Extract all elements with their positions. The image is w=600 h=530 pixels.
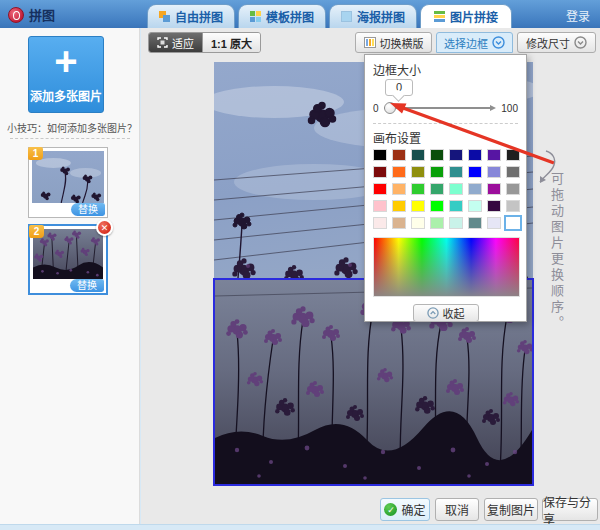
app-logo: 拼图 (8, 5, 55, 24)
tab-label: 海报拼图 (357, 8, 405, 25)
panel-divider (373, 123, 518, 124)
main-workspace: 适应 1:1 原大 切换横版 选择边框 修改尺寸 (141, 28, 600, 524)
check-icon: ✓ (384, 503, 397, 516)
fit-icon (157, 37, 168, 48)
color-swatch[interactable] (411, 217, 425, 229)
window-bottom-strip (0, 524, 600, 530)
tab-photo-stitch[interactable]: 图片拼接 (420, 4, 512, 28)
color-swatch[interactable] (392, 217, 406, 229)
replace-button-1[interactable]: 替换 (71, 203, 105, 216)
chevron-down-icon (574, 36, 587, 49)
switch-horizontal-label: 切换横版 (380, 35, 424, 51)
resize-button[interactable]: 修改尺寸 (517, 32, 596, 53)
login-link[interactable]: 登录 (566, 7, 590, 24)
confirm-button[interactable]: ✓ 确定 (380, 498, 430, 521)
slider-line (384, 107, 492, 109)
color-swatch[interactable] (487, 183, 501, 195)
color-swatch[interactable] (430, 200, 444, 212)
color-swatch[interactable] (468, 200, 482, 212)
original-size-button[interactable]: 1:1 原大 (202, 33, 260, 52)
thumbnail-1-image (32, 151, 104, 203)
color-swatch[interactable] (506, 149, 520, 161)
replace-button-2[interactable]: 替换 (70, 279, 104, 292)
original-size-label: 1:1 原大 (211, 35, 252, 51)
color-swatch[interactable] (392, 149, 406, 161)
thumbnail-2[interactable]: 2 ✕ 替换 (28, 224, 108, 295)
save-share-button[interactable]: 保存与分享 (542, 498, 598, 521)
thumbnail-1[interactable]: 1 替换 (28, 147, 108, 218)
color-swatch[interactable] (487, 200, 501, 212)
color-swatch[interactable] (373, 149, 387, 161)
border-size-value-input[interactable]: 0 (385, 79, 413, 96)
color-swatch[interactable] (373, 183, 387, 195)
color-swatch[interactable] (506, 166, 520, 178)
color-swatch[interactable] (430, 166, 444, 178)
color-palette (373, 149, 518, 229)
color-swatch[interactable] (449, 183, 463, 195)
thumbnail-1-index-badge: 1 (28, 147, 43, 160)
color-swatch[interactable] (449, 149, 463, 161)
copy-image-label: 复制图片 (487, 501, 535, 518)
save-share-label: 保存与分享 (543, 493, 597, 527)
slider-thumb[interactable] (384, 102, 396, 114)
color-swatch[interactable] (468, 149, 482, 161)
collapse-panel-button[interactable]: 收起 (413, 304, 479, 322)
color-swatch[interactable] (449, 200, 463, 212)
color-swatch[interactable] (373, 166, 387, 178)
tab-free-collage[interactable]: 自由拼图 (147, 4, 235, 28)
color-swatch[interactable] (430, 183, 444, 195)
slider-min-label: 0 (373, 103, 379, 114)
app-window: { "header": { "app_title": "拼图", "login_… (0, 0, 600, 530)
tab-label: 图片拼接 (450, 8, 498, 25)
confirm-label: 确定 (401, 501, 425, 518)
color-swatch[interactable] (392, 200, 406, 212)
color-swatch[interactable] (392, 166, 406, 178)
fit-view-button[interactable]: 适应 (149, 33, 202, 52)
color-swatch[interactable] (487, 166, 501, 178)
color-swatch[interactable] (430, 217, 444, 229)
color-swatch[interactable] (506, 200, 520, 212)
plus-icon: + (29, 39, 103, 83)
add-images-button[interactable]: + 添加多张图片 (28, 36, 104, 113)
color-swatch[interactable] (449, 217, 463, 229)
color-swatch[interactable] (449, 166, 463, 178)
color-swatch[interactable] (430, 149, 444, 161)
delete-thumbnail-icon[interactable]: ✕ (96, 219, 113, 236)
color-swatch[interactable] (487, 149, 501, 161)
switch-horizontal-button[interactable]: 切换横版 (355, 32, 432, 53)
border-settings-panel: 边框大小 0 0 100 画布设置 收起 (364, 54, 527, 322)
color-swatch[interactable] (411, 149, 425, 161)
color-swatch[interactable] (468, 217, 482, 229)
canvas-settings-label: 画布设置 (373, 129, 518, 145)
color-swatch[interactable] (506, 217, 520, 229)
slider-track[interactable] (384, 102, 497, 114)
color-swatch[interactable] (392, 183, 406, 195)
select-border-button[interactable]: 选择边框 (436, 32, 513, 53)
border-size-label: 边框大小 (373, 61, 518, 77)
color-swatch[interactable] (487, 217, 501, 229)
cancel-button[interactable]: 取消 (435, 498, 479, 521)
color-swatch[interactable] (468, 183, 482, 195)
drag-hint-note: 可拖动图片更换顺序。 (547, 172, 566, 347)
gradient-color-picker[interactable] (373, 237, 520, 297)
photo-stitch-icon (434, 11, 445, 22)
color-swatch[interactable] (411, 183, 425, 195)
color-swatch[interactable] (411, 200, 425, 212)
tab-poster-collage[interactable]: 海报拼图 (329, 4, 417, 28)
tab-label: 模板拼图 (266, 8, 314, 25)
color-swatch[interactable] (506, 183, 520, 195)
color-swatch[interactable] (373, 200, 387, 212)
header-bar: 拼图 自由拼图 模板拼图 海报拼图 图片拼接 登录 (0, 0, 600, 28)
fit-label: 适应 (172, 35, 194, 51)
tip-link[interactable]: 小技巧：如何添加多张图片？ (6, 120, 138, 135)
color-swatch[interactable] (468, 166, 482, 178)
collapse-label: 收起 (443, 305, 465, 321)
copy-image-button[interactable]: 复制图片 (484, 498, 538, 521)
sidebar-divider (10, 138, 130, 139)
sidebar: + 添加多张图片 小技巧：如何添加多张图片？ 1 替换 2 ✕ (0, 28, 140, 524)
color-swatch[interactable] (411, 166, 425, 178)
chevron-down-icon (492, 36, 505, 49)
color-swatch[interactable] (373, 217, 387, 229)
tab-template-collage[interactable]: 模板拼图 (238, 4, 326, 28)
app-title: 拼图 (29, 5, 55, 24)
